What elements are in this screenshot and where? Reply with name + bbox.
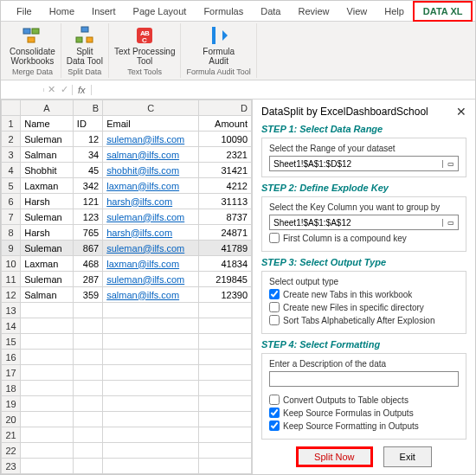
table-row: 15 bbox=[2, 334, 252, 350]
worksheet[interactable]: ABCD1NameIDEmailAmount2Suleman12suleman@… bbox=[1, 99, 252, 474]
exit-button[interactable]: Exit bbox=[383, 446, 432, 467]
name-box[interactable] bbox=[1, 88, 44, 92]
description-input[interactable] bbox=[269, 371, 459, 387]
tab-help[interactable]: Help bbox=[376, 3, 413, 20]
enter-icon[interactable]: ✓ bbox=[61, 84, 68, 95]
table-row: 9Suleman867suleman@ilfs.com41789 bbox=[2, 241, 252, 256]
ribbon-groups: ConsolidateWorkbooksMerge DataSplitData … bbox=[1, 22, 475, 80]
tab-review[interactable]: Review bbox=[289, 3, 338, 20]
step2-box: Select the Key Column you want to group … bbox=[261, 196, 466, 252]
table-row: 8Harsh765harsh@ilfs.com24871 bbox=[2, 225, 252, 241]
table-row: 4Shobhit45shobhit@ilfs.com31421 bbox=[2, 163, 252, 178]
svg-rect-0 bbox=[23, 29, 30, 34]
close-icon[interactable]: ✕ bbox=[456, 105, 466, 119]
fx-button[interactable]: fx bbox=[72, 85, 92, 95]
table-row: 3Salman34salman@ilfs.com2321 bbox=[2, 147, 252, 163]
create-tabs-checkbox[interactable]: Create new Tabs in this workbook bbox=[269, 289, 459, 299]
create-files-checkbox[interactable]: Create new Files in specific directory bbox=[269, 302, 459, 312]
email-link[interactable]: suleman@ilfs.com bbox=[106, 274, 184, 285]
email-link[interactable]: suleman@ilfs.com bbox=[106, 243, 184, 254]
ribbon-tabs: FileHomeInsertPage LayoutFormulasDataRev… bbox=[1, 1, 475, 22]
email-link[interactable]: suleman@ilfs.com bbox=[106, 212, 184, 222]
table-row: 2Suleman12suleman@ilfs.com10090 bbox=[2, 132, 252, 147]
col-header-C[interactable]: C bbox=[103, 100, 199, 116]
email-link[interactable]: laxman@ilfs.com bbox=[106, 181, 179, 191]
step1-heading: STEP 1: Select Data Range bbox=[261, 124, 466, 134]
ribbon-group-consolidate[interactable]: ConsolidateWorkbooksMerge Data bbox=[4, 23, 61, 78]
data-range-input[interactable] bbox=[270, 158, 442, 170]
svg-rect-4 bbox=[76, 37, 82, 42]
table-row: 17 bbox=[2, 365, 252, 381]
tab-file[interactable]: File bbox=[8, 3, 41, 20]
col-header-D[interactable]: D bbox=[199, 100, 252, 116]
col-header-A[interactable]: A bbox=[21, 100, 74, 116]
svg-rect-5 bbox=[87, 37, 93, 42]
table-row: 19 bbox=[2, 396, 252, 412]
split-now-button[interactable]: Split Now bbox=[296, 446, 372, 467]
step4-box: Enter a Description of the data Convert … bbox=[261, 353, 466, 440]
step1-label: Select the Range of your dataset bbox=[269, 144, 459, 153]
email-link[interactable]: suleman@ilfs.com bbox=[106, 134, 184, 144]
keep-formatting-checkbox[interactable]: Keep Source Formatting in Outputs bbox=[269, 420, 459, 431]
table-row: 23 bbox=[2, 459, 252, 474]
sort-tabs-checkbox[interactable]: Sort Tabs Alphabetically After Explosion bbox=[269, 315, 459, 325]
svg-text:C: C bbox=[142, 36, 147, 44]
select-all-cell[interactable] bbox=[2, 100, 21, 116]
formula-bar: ✕ ✓ fx bbox=[1, 80, 475, 99]
step2-label: Select the Key Column you want to group … bbox=[269, 202, 459, 212]
email-link[interactable]: salman@ilfs.com bbox=[106, 290, 179, 300]
table-row: 16 bbox=[2, 350, 252, 365]
table-row: 21 bbox=[2, 427, 252, 443]
email-link[interactable]: laxman@ilfs.com bbox=[106, 259, 179, 269]
split-icon bbox=[74, 25, 95, 46]
tab-data-xl[interactable]: DATA XL bbox=[413, 1, 473, 22]
step3-heading: STEP 3: Select Output Type bbox=[261, 257, 466, 267]
key-column-input[interactable] bbox=[270, 217, 442, 228]
table-row: 1NameIDEmailAmount bbox=[2, 116, 252, 132]
svg-rect-2 bbox=[28, 37, 35, 42]
text-icon: ABC bbox=[134, 25, 155, 46]
compound-key-checkbox[interactable]: First Column is a compound key bbox=[269, 233, 459, 243]
range-picker-icon[interactable]: ▭ bbox=[442, 219, 458, 227]
step3-label: Select output type bbox=[269, 277, 459, 286]
tab-page-layout[interactable]: Page Layout bbox=[125, 3, 196, 20]
table-row: 18 bbox=[2, 381, 252, 396]
table-row: 11Suleman287suleman@ilfs.com219845 bbox=[2, 272, 252, 287]
step1-box: Select the Range of your dataset ▭ bbox=[261, 138, 466, 177]
step4-label: Enter a Description of the data bbox=[269, 359, 459, 369]
table-row: 12Salman359salman@ilfs.com12390 bbox=[2, 287, 252, 303]
email-link[interactable]: harsh@ilfs.com bbox=[106, 196, 172, 207]
consolidate-icon bbox=[22, 25, 42, 46]
tab-insert[interactable]: Insert bbox=[83, 3, 125, 20]
formula-bar-buttons: ✕ ✓ bbox=[44, 84, 72, 95]
ribbon-group-split[interactable]: SplitData ToolSplit Data bbox=[61, 23, 109, 78]
table-row: 5Laxman342laxman@ilfs.com4212 bbox=[2, 178, 252, 194]
convert-table-checkbox[interactable]: Convert Outputs to Table objects bbox=[269, 395, 459, 405]
audit-icon bbox=[209, 25, 229, 46]
cancel-icon[interactable]: ✕ bbox=[48, 84, 55, 95]
table-row: 6Harsh121harsh@ilfs.com31113 bbox=[2, 194, 252, 209]
table-row: 7Suleman123suleman@ilfs.com8737 bbox=[2, 209, 252, 225]
email-link[interactable]: harsh@ilfs.com bbox=[106, 228, 172, 238]
tab-data[interactable]: Data bbox=[252, 3, 289, 20]
tab-view[interactable]: View bbox=[338, 3, 376, 20]
col-header-B[interactable]: B bbox=[73, 100, 102, 116]
table-row: 14 bbox=[2, 318, 252, 334]
tab-formulas[interactable]: Formulas bbox=[195, 3, 252, 20]
svg-rect-3 bbox=[81, 27, 88, 32]
table-row: 22 bbox=[2, 443, 252, 459]
step2-heading: STEP 2: Define Explode Key bbox=[261, 183, 466, 193]
svg-rect-10 bbox=[212, 27, 215, 44]
range-picker-icon[interactable]: ▭ bbox=[442, 160, 458, 168]
ribbon-group-text[interactable]: ABCText ProcessingToolText Tools bbox=[109, 23, 182, 78]
keep-formulas-checkbox[interactable]: Keep Source Formulas in Outputs bbox=[269, 408, 459, 418]
svg-rect-1 bbox=[32, 29, 39, 34]
table-row: 13 bbox=[2, 303, 252, 318]
table-row: 20 bbox=[2, 412, 252, 427]
ribbon-group-audit[interactable]: FormulaAuditFormula Audit Tool bbox=[181, 23, 256, 78]
email-link[interactable]: salman@ilfs.com bbox=[106, 150, 179, 160]
tab-home[interactable]: Home bbox=[41, 3, 83, 20]
step4-heading: STEP 4: Select Formatting bbox=[261, 339, 466, 350]
email-link[interactable]: shobhit@ilfs.com bbox=[106, 165, 179, 176]
datasplit-pane: DataSplit by ExcelDashboardSchool ✕ STEP… bbox=[252, 99, 475, 474]
